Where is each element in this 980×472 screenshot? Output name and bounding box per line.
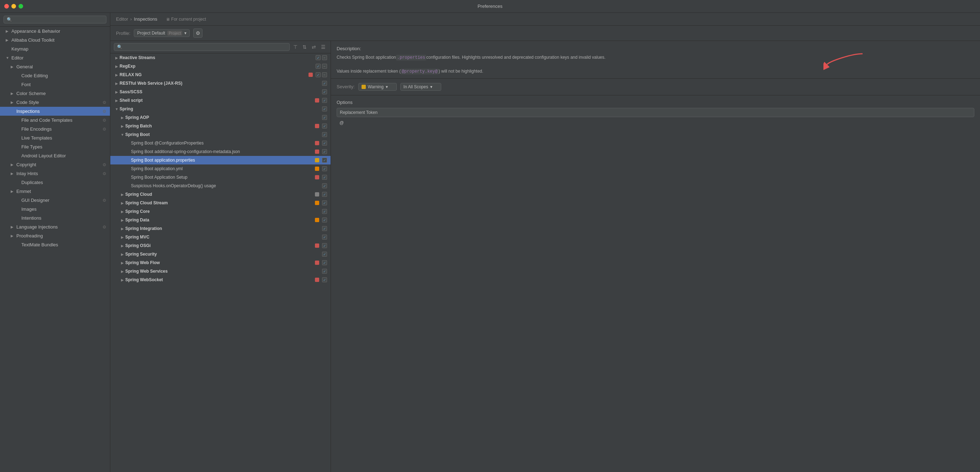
tree-row-label: Spring Cloud Stream [125,200,315,206]
sidebar-item-live-templates[interactable]: Live Templates [0,134,110,142]
sidebar-item-alibaba[interactable]: ▶Alibaba Cloud Toolkit [0,36,110,45]
sidebar-item-language-injections[interactable]: ▶Language Injections⚙ [0,222,110,231]
tree-row-spring-boot[interactable]: ▼Spring Boot [110,130,331,139]
tree-row-restful[interactable]: ▶RESTful Web Service (JAX-RS) [110,79,331,88]
tree-row-checkbox[interactable] [322,115,327,120]
tree-row-checkbox[interactable] [322,192,327,197]
sidebar-item-label: Code Editing [21,73,48,78]
tree-row-checkbox[interactable] [322,243,327,248]
tree-row-spring-cloud-stream[interactable]: ▶Spring Cloud Stream [110,199,331,207]
tree-row-spring-cloud[interactable]: ▶Spring Cloud [110,190,331,199]
sidebar-item-label: Color Scheme [16,91,46,96]
sidebar-item-intentions[interactable]: Intentions [0,214,110,222]
sidebar-item-color-scheme[interactable]: ▶Color Scheme [0,89,110,98]
tree-row-shell-script[interactable]: ▶Shell script [110,96,331,105]
tree-row-spring-integration[interactable]: ▶Spring Integration [110,224,331,233]
sidebar-item-copyright[interactable]: ▶Copyright⚙ [0,160,110,169]
filter-icon[interactable]: ⊤ [292,43,299,51]
minimize-button[interactable] [11,4,16,8]
tree-row-spring-boot-app-props[interactable]: Spring Boot application.properties [110,156,331,164]
tree-search-input[interactable] [114,43,290,51]
tree-row-checkbox[interactable] [322,149,327,154]
tree-row-checkbox[interactable] [322,140,327,145]
tree-row-spring-web-flow[interactable]: ▶Spring Web Flow [110,258,331,267]
sidebar-item-textmate-bundles[interactable]: TextMate Bundles [0,240,110,249]
close-button[interactable] [4,4,9,8]
tree-row-checkbox[interactable] [322,175,327,180]
tree-row-regexp[interactable]: ▶RegExp− [110,62,331,70]
tree-row-checkbox[interactable] [322,107,327,112]
tree-row-minus-button[interactable]: − [322,72,327,77]
tree-row-suspicious-hooks[interactable]: Suspicious Hooks.onOperatorDebug() usage [110,182,331,190]
tree-row-relax-ng[interactable]: ▶RELAX NG− [110,70,331,79]
sidebar-item-gui-designer[interactable]: GUI Designer⚙ [0,196,110,205]
tree-row-checkbox[interactable] [322,226,327,231]
tree-row-checkbox[interactable] [322,81,327,86]
sidebar-item-keymap[interactable]: Keymap [0,45,110,53]
tree-row-spring-data[interactable]: ▶Spring Data [110,216,331,224]
tree-row-spring-mvc[interactable]: ▶Spring MVC [110,233,331,241]
tree-row-sass-scss[interactable]: ▶Sass/SCSS [110,88,331,96]
tree-row-spring-websocket[interactable]: ▶Spring WebSocket [110,276,331,284]
tree-row-checkbox[interactable] [322,123,327,129]
tree-row-checkbox[interactable] [322,217,327,222]
tree-row-minus-button[interactable]: − [322,64,327,69]
tree-row-checkbox[interactable] [316,55,321,60]
sidebar-item-emmet[interactable]: ▶Emmet [0,187,110,196]
profile-gear-button[interactable]: ⚙ [193,29,202,38]
tree-row-spring-boot-metadata[interactable]: Spring Boot additional-spring-configurat… [110,147,331,156]
tree-row-minus-button[interactable]: − [322,55,327,60]
tree-row-checkbox[interactable] [322,252,327,257]
tree-row-checkbox[interactable] [322,166,327,171]
sidebar-item-file-types[interactable]: File Types [0,142,110,151]
tree-row-spring-security[interactable]: ▶Spring Security [110,250,331,258]
scope-dropdown[interactable]: In All Scopes ▾ [400,83,441,91]
tree-row-spring-web-services[interactable]: ▶Spring Web Services [110,267,331,276]
tree-row-spring-boot-app-setup[interactable]: Spring Boot Application Setup [110,173,331,182]
severity-dropdown[interactable]: Warning ▾ [358,83,397,91]
tree-row-spring-aop[interactable]: ▶Spring AOP [110,113,331,122]
tree-row-checkbox[interactable] [322,89,327,94]
tree-row-spring-batch[interactable]: ▶Spring Batch [110,122,331,130]
sidebar-item-file-code-templates[interactable]: File and Code Templates⚙ [0,116,110,124]
sidebar-item-android-layout[interactable]: Android Layout Editor [0,151,110,160]
sidebar-item-duplicates[interactable]: Duplicates [0,178,110,187]
tree-row-checkbox[interactable] [322,234,327,239]
tree-row-checkbox[interactable] [316,72,321,77]
tree-row-arrow-icon: ▶ [119,244,125,248]
profile-dropdown[interactable]: Project Default Project ▾ [134,29,190,37]
tree-row-checkbox[interactable] [322,98,327,103]
sidebar-search-input[interactable] [3,16,107,24]
sidebar-item-code-editing[interactable]: Code Editing [0,71,110,80]
severity-indicator [315,158,319,162]
sidebar-item-images[interactable]: Images [0,205,110,214]
group-icon[interactable]: ☰ [320,43,327,51]
tree-row-spring[interactable]: ▼Spring [110,105,331,113]
tree-row-checkbox[interactable] [316,64,321,69]
sidebar-item-appearance[interactable]: ▶Appearance & Behavior [0,27,110,36]
collapse-all-icon[interactable]: ⇄ [310,43,317,51]
sidebar-item-inlay-hints[interactable]: ▶Inlay Hints⚙ [0,169,110,178]
sidebar-item-font[interactable]: Font [0,80,110,89]
tree-row-checkbox[interactable] [322,277,327,282]
tree-row-checkbox[interactable] [322,209,327,214]
sidebar-item-proofreading[interactable]: ▶Proofreading [0,231,110,240]
tree-row-spring-core[interactable]: ▶Spring Core [110,207,331,216]
sidebar-item-inspections[interactable]: Inspections⚙ [0,107,110,116]
tree-row-checkbox[interactable] [322,183,327,188]
tree-row-checkbox[interactable] [322,260,327,265]
sidebar-item-file-encodings[interactable]: File Encodings⚙ [0,124,110,134]
tree-row-checkbox[interactable] [322,158,327,163]
tree-row-spring-osgi[interactable]: ▶Spring OSGi [110,241,331,250]
tree-row-spring-boot-app-yml[interactable]: Spring Boot application.yml [110,164,331,173]
tree-row-checkbox[interactable] [322,269,327,274]
tree-row-checkbox[interactable] [322,132,327,137]
maximize-button[interactable] [19,4,23,8]
expand-all-icon[interactable]: ⇅ [301,43,308,51]
sidebar-item-editor[interactable]: ▼Editor [0,53,110,62]
sidebar-item-code-style[interactable]: ▶Code Style⚙ [0,98,110,107]
tree-row-spring-boot-config[interactable]: Spring Boot @ConfigurationProperties [110,139,331,147]
tree-row-checkbox[interactable] [322,200,327,206]
sidebar-item-general[interactable]: ▶General [0,62,110,71]
tree-row-reactive-streams[interactable]: ▶Reactive Streams− [110,53,331,62]
